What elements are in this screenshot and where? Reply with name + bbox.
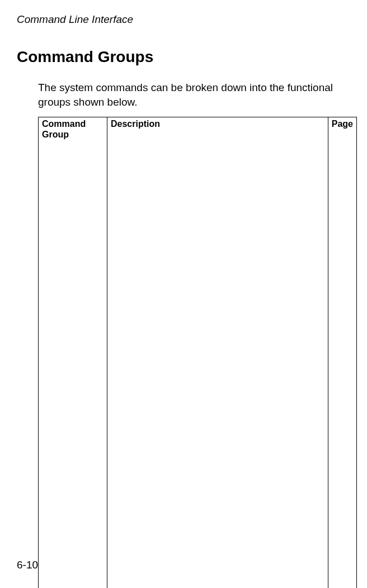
command-groups-table: Command Group Description Page General B…: [38, 117, 357, 588]
page-number: 6-10: [17, 559, 38, 571]
col-header-description: Description: [107, 117, 328, 588]
col-header-page: Page: [328, 117, 356, 588]
section-heading: Command Groups: [17, 48, 350, 66]
col-header-group: Command Group: [39, 117, 107, 588]
intro-paragraph: The system commands can be broken down i…: [38, 80, 345, 109]
running-head: Command Line Interface: [17, 13, 350, 26]
table-header-row: Command Group Description Page: [39, 117, 357, 588]
